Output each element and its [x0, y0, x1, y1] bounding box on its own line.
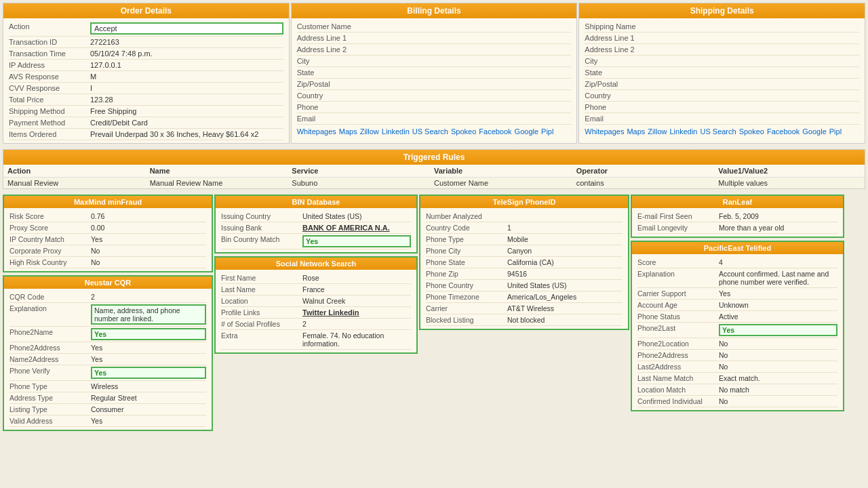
social-firstname-row: First Name Rose: [221, 272, 411, 284]
pe-phone2last-row: Phone2Last Yes: [637, 323, 837, 338]
maxmind-body: Risk Score 0.76 Proxy Score 0.00 IP Coun…: [4, 208, 212, 271]
shipping-link-facebook[interactable]: Facebook: [767, 127, 800, 136]
social-lastname-value: France: [302, 285, 411, 293]
telesign-phonetz-value: America/Los_Angeles: [507, 293, 623, 301]
col-right: RanLeaf E-mail First Seen Feb. 5, 2009 E…: [631, 195, 844, 434]
pacificeast-panel: PacificEast Telified Score 4 Explanation…: [631, 241, 844, 411]
pe-last2address-label: Last2Address: [637, 363, 719, 371]
billing-link-spokeo[interactable]: Spokeo: [451, 127, 476, 136]
order-avs-value: M: [90, 73, 283, 81]
social-firstname-label: First Name: [221, 274, 302, 282]
billing-zip-label: Zip/Postal: [297, 80, 378, 88]
col-mid1: BIN Database Issuing Country United Stat…: [214, 195, 418, 434]
ranleaf-emaillongevity-label: Email Longevity: [637, 224, 719, 232]
shipping-phone-value: [666, 103, 859, 111]
telesign-phonetype-value: Mobile: [507, 235, 623, 243]
billing-city-value: [378, 57, 572, 65]
billing-country-row: Country: [297, 90, 572, 102]
bin-issuingcountry-label: Issuing Country: [221, 212, 302, 220]
telesign-numanalyzed-value: [507, 212, 623, 220]
billing-link-linkedin[interactable]: Linkedin: [382, 127, 410, 136]
maxmind-risk-row: Risk Score 0.76: [9, 211, 206, 222]
billing-link-google[interactable]: Google: [515, 127, 538, 136]
maxmind-ipcountry-label: IP Country Match: [9, 235, 91, 243]
bin-issuingcountry-row: Issuing Country United States (US): [221, 211, 411, 222]
pe-accountage-label: Account Age: [637, 301, 719, 309]
order-txid-label: Transaction ID: [9, 38, 90, 46]
telesign-phonezip-value: 94516: [507, 270, 623, 278]
order-details-header: Order Details: [3, 3, 289, 18]
shipping-link-ussearch[interactable]: US Search: [700, 127, 736, 136]
billing-addr1-label: Address Line 1: [297, 34, 378, 42]
telesign-header: TeleSign PhoneID: [420, 196, 628, 208]
telesign-phonecity-value: Canyon: [507, 247, 623, 255]
shipping-link-whitepages[interactable]: Whitepages: [585, 127, 624, 136]
shipping-link-spokeo[interactable]: Spokeo: [739, 127, 764, 136]
billing-zip-row: Zip/Postal: [297, 79, 572, 90]
telesign-phonetz-label: Phone Timezone: [426, 293, 507, 301]
telesign-phonetype-row: Phone Type Mobile: [426, 234, 623, 245]
billing-link-facebook[interactable]: Facebook: [479, 127, 511, 136]
billing-link-zillow[interactable]: Zillow: [360, 127, 379, 136]
bin-body: Issuing Country United States (US) Issui…: [216, 208, 416, 252]
bin-issuingbank-label: Issuing Bank: [221, 224, 302, 232]
bin-header: BIN Database: [216, 196, 416, 208]
social-extra-value: Female. 74. No education information.: [302, 331, 411, 348]
pe-explanation-row: Explanation Account confirmed. Last name…: [637, 268, 837, 288]
order-cvv-value: I: [90, 84, 283, 92]
shipping-details-body: Shipping Name Address Line 1 Address Lin…: [579, 18, 865, 141]
billing-link-ussearch[interactable]: US Search: [412, 127, 448, 136]
pe-lastnamematch-value: Exact match.: [719, 374, 837, 382]
triggered-col-name: Name: [150, 167, 292, 175]
billing-email-label: Email: [297, 115, 378, 123]
pe-phone2location-label: Phone2Location: [637, 340, 719, 348]
shipping-addr1-value: [666, 34, 859, 42]
order-totalprice-label: Total Price: [9, 96, 90, 104]
pe-phone2location-row: Phone2Location No: [637, 338, 837, 350]
maxmind-proxy-label: Proxy Score: [9, 224, 91, 232]
telesign-phonecity-row: Phone City Canyon: [426, 245, 623, 257]
order-details-panel: Order Details Action Accept Transaction …: [3, 3, 290, 144]
billing-link-pipl[interactable]: Pipl: [541, 127, 553, 136]
pe-lastnamematch-row: Last Name Match Exact match.: [637, 373, 837, 384]
order-avs-label: AVS Response: [9, 73, 90, 81]
bin-countrymatch-value: Yes: [302, 235, 411, 247]
telesign-phonezip-label: Phone Zip: [426, 270, 507, 278]
billing-phone-row: Phone: [297, 102, 572, 113]
shipping-country-value: [666, 92, 859, 100]
pe-phonestatus-value: Active: [719, 312, 837, 321]
triggered-rule-variable: Customer Name: [434, 179, 576, 187]
shipping-link-google[interactable]: Google: [802, 127, 826, 136]
shipping-state-row: State: [585, 67, 859, 79]
billing-link-whitepages[interactable]: Whitepages: [297, 127, 336, 136]
neustar-listingtype-label: Listing Type: [9, 405, 91, 413]
shipping-link-linkedin[interactable]: Linkedin: [669, 127, 697, 136]
pe-score-label: Score: [637, 258, 719, 266]
billing-city-label: City: [297, 57, 378, 65]
triggered-rule-service: Subuno: [292, 179, 434, 187]
telesign-phonetz-row: Phone Timezone America/Los_Angeles: [426, 291, 623, 303]
maxmind-ipcountry-row: IP Country Match Yes: [9, 234, 206, 245]
social-firstname-value: Rose: [302, 274, 411, 282]
billing-addr2-value: [378, 45, 572, 54]
billing-links: Whitepages Maps Zillow Linkedin US Searc…: [297, 125, 572, 138]
shipping-link-maps[interactable]: Maps: [627, 127, 645, 136]
bottom-panels: MaxMind minFraud Risk Score 0.76 Proxy S…: [0, 192, 868, 436]
billing-email-row: Email: [297, 113, 572, 125]
social-lastname-row: Last Name France: [221, 284, 411, 296]
shipping-link-zillow[interactable]: Zillow: [648, 127, 667, 136]
billing-link-maps[interactable]: Maps: [339, 127, 357, 136]
shipping-link-pipl[interactable]: Pipl: [829, 127, 842, 136]
telesign-phonecountry-label: Phone Country: [426, 281, 507, 289]
billing-addr1-row: Address Line 1: [297, 33, 572, 44]
neustar-explanation-row: Explanation Name, address, and phone num…: [9, 303, 206, 327]
neustar-validaddr-value: Yes: [91, 417, 206, 425]
neustar-phone2name-label: Phone2Name: [9, 328, 91, 340]
shipping-country-row: Country: [585, 90, 859, 102]
billing-custname-label: Customer Name: [297, 22, 378, 30]
telesign-phonecountry-value: United States (US): [507, 281, 623, 289]
neustar-cqrcode-value: 2: [91, 293, 206, 301]
neustar-addrtype-value: Regular Street: [91, 394, 206, 402]
billing-addr2-label: Address Line 2: [297, 45, 378, 54]
shipping-email-value: [666, 115, 859, 123]
